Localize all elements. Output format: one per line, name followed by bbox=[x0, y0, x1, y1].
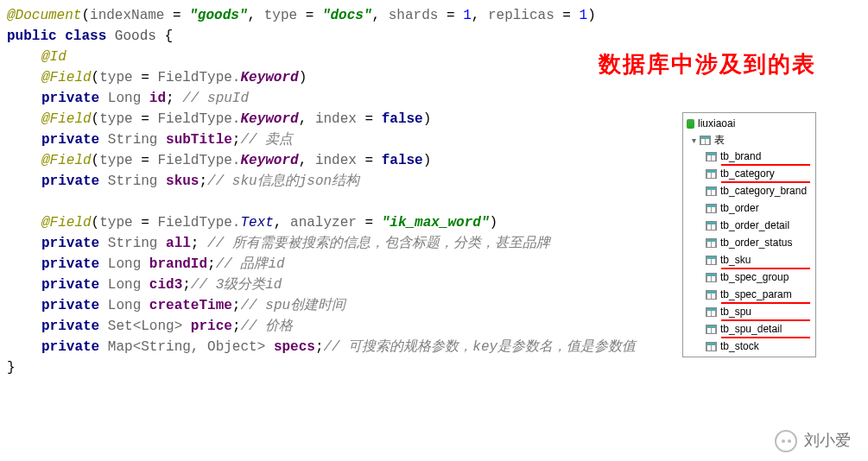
table-icon bbox=[706, 325, 717, 334]
wechat-icon bbox=[775, 430, 797, 452]
table-name: tb_spu bbox=[720, 304, 751, 319]
table-icon bbox=[706, 204, 717, 213]
table-list: tb_brandtb_categorytb_category_brandtb_o… bbox=[687, 148, 812, 355]
table-item[interactable]: tb_order_detail bbox=[706, 217, 812, 234]
table-name: tb_stock bbox=[720, 338, 759, 354]
table-name: tb_category bbox=[720, 166, 775, 181]
table-item[interactable]: tb_category bbox=[706, 165, 812, 182]
table-name: tb_spec_param bbox=[720, 287, 792, 302]
table-name: tb_sku bbox=[720, 252, 751, 268]
db-tables-title: 数据库中涉及到的表 bbox=[599, 47, 816, 81]
table-item[interactable]: tb_stock bbox=[706, 338, 812, 355]
table-name: tb_order bbox=[720, 200, 759, 216]
table-icon bbox=[706, 273, 717, 282]
table-item[interactable]: tb_order bbox=[706, 199, 812, 217]
table-name: tb_order_status bbox=[720, 235, 792, 250]
line-id: private Long id; // spuId bbox=[7, 88, 861, 109]
table-icon bbox=[706, 221, 717, 230]
annotation-document: @Document bbox=[7, 8, 81, 23]
table-icon bbox=[706, 238, 717, 248]
tables-folder[interactable]: ▾ 表 bbox=[687, 132, 812, 148]
tables-folder-label: 表 bbox=[714, 132, 725, 148]
table-item[interactable]: tb_sku bbox=[706, 251, 812, 268]
chevron-down-icon: ▾ bbox=[692, 134, 696, 147]
watermark-text: 刘小爱 bbox=[804, 429, 851, 452]
line-class: public class Goods { bbox=[7, 26, 861, 47]
database-icon bbox=[687, 119, 694, 129]
table-item[interactable]: tb_category_brand bbox=[706, 182, 812, 199]
db-root[interactable]: liuxiaoai bbox=[687, 115, 812, 132]
table-item[interactable]: tb_order_status bbox=[706, 234, 812, 251]
table-item[interactable]: tb_spu bbox=[706, 303, 812, 320]
table-item[interactable]: tb_spec_param bbox=[706, 286, 812, 303]
table-name: tb_brand bbox=[720, 148, 761, 164]
table-item[interactable]: tb_spec_group bbox=[706, 268, 812, 286]
db-name: liuxiaoai bbox=[698, 116, 735, 131]
table-name: tb_order_detail bbox=[720, 218, 789, 233]
table-name: tb_spec_group bbox=[720, 269, 789, 285]
table-name: tb_category_brand bbox=[720, 183, 807, 199]
table-icon bbox=[706, 186, 717, 196]
table-icon bbox=[706, 152, 717, 161]
table-name: tb_spu_detail bbox=[720, 321, 782, 337]
table-icon bbox=[706, 169, 717, 179]
table-icon bbox=[706, 342, 717, 351]
table-icon bbox=[706, 256, 717, 265]
line-close: } bbox=[7, 357, 861, 378]
db-tree: liuxiaoai ▾ 表 tb_brandtb_categorytb_cate… bbox=[682, 112, 816, 357]
table-icon bbox=[706, 307, 717, 317]
line-document: @Document(indexName = "goods", type = "d… bbox=[7, 5, 861, 26]
table-icon bbox=[706, 290, 717, 300]
table-item[interactable]: tb_spu_detail bbox=[706, 320, 812, 338]
table-folder-icon bbox=[700, 136, 711, 145]
table-item[interactable]: tb_brand bbox=[706, 148, 812, 165]
watermark: 刘小爱 bbox=[775, 429, 851, 452]
